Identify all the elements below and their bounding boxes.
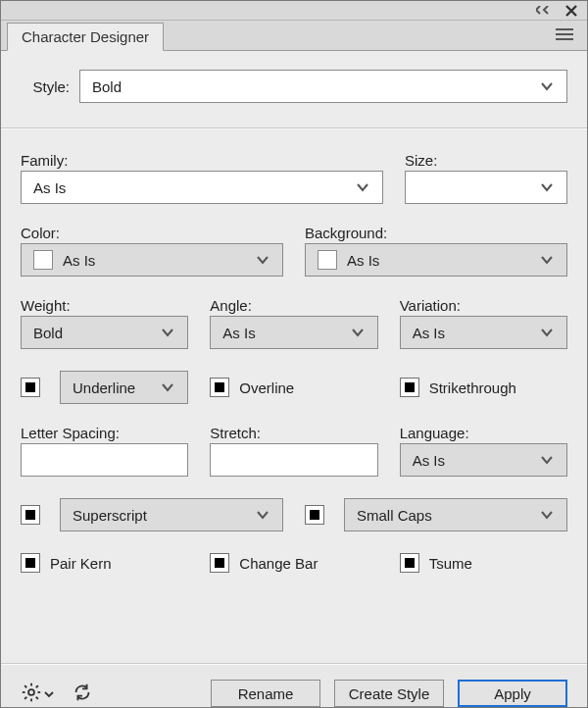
chevron-down-icon <box>160 325 175 340</box>
stretch-input[interactable] <box>210 443 377 477</box>
weight-select[interactable]: Bold <box>21 316 188 349</box>
svg-point-3 <box>28 689 34 695</box>
variation-label: Variation: <box>400 297 461 314</box>
underline-checkbox[interactable] <box>21 378 40 397</box>
tsume-checkbox[interactable] <box>400 553 419 573</box>
tab-bar: Character Designer <box>1 21 587 51</box>
chevron-down-icon <box>539 78 555 94</box>
superscript-select[interactable]: Superscript <box>60 498 283 531</box>
letter-spacing-input[interactable] <box>21 443 188 477</box>
background-label: Background: <box>305 225 387 241</box>
apply-button-label: Apply <box>494 685 531 702</box>
character-designer-panel: Character Designer Style: Bold <box>0 0 588 708</box>
superscript-checkbox[interactable] <box>21 505 40 525</box>
apply-button[interactable]: Apply <box>458 680 567 707</box>
letter-spacing-label: Letter Spacing: <box>21 425 120 441</box>
color-select[interactable]: As Is <box>21 243 283 277</box>
stretch-label: Stretch: <box>210 425 261 441</box>
panel-menu-icon[interactable] <box>554 26 575 45</box>
chevron-down-icon <box>355 179 370 195</box>
strikethrough-checkbox[interactable] <box>400 378 419 397</box>
create-style-button[interactable]: Create Style <box>334 680 444 707</box>
angle-select[interactable]: As Is <box>210 316 377 349</box>
variation-select[interactable]: As Is <box>400 316 567 349</box>
color-label: Color: <box>21 225 60 241</box>
change-bar-checkbox[interactable] <box>210 553 229 573</box>
chevron-down-icon <box>255 507 270 523</box>
language-label: Language: <box>400 425 469 441</box>
weight-value: Bold <box>33 325 160 341</box>
svg-line-10 <box>36 685 38 687</box>
style-label: Style: <box>21 78 70 95</box>
refresh-icon <box>72 682 93 706</box>
change-bar-label: Change Bar <box>239 555 318 572</box>
angle-label: Angle: <box>210 297 252 314</box>
refresh-button[interactable] <box>72 682 93 706</box>
pair-kern-checkbox[interactable] <box>21 553 40 573</box>
rename-button[interactable]: Rename <box>211 680 320 707</box>
background-swatch <box>318 250 337 270</box>
panel-body: Style: Bold Family: As Is <box>1 51 587 663</box>
overline-checkbox[interactable] <box>210 378 229 397</box>
gear-icon <box>21 682 42 706</box>
svg-line-9 <box>36 696 38 698</box>
collapse-icon[interactable] <box>536 6 554 16</box>
svg-line-11 <box>24 696 26 698</box>
tab-character-designer[interactable]: Character Designer <box>7 23 164 51</box>
close-icon[interactable] <box>565 5 577 17</box>
chevron-down-icon <box>539 252 555 268</box>
settings-menu-button[interactable] <box>21 682 54 706</box>
language-value: As Is <box>413 452 539 469</box>
overline-label: Overline <box>239 379 294 396</box>
chevron-down-icon <box>539 507 555 523</box>
color-value: As Is <box>63 252 255 269</box>
smallcaps-value: Small Caps <box>357 507 539 524</box>
chevron-down-icon <box>44 685 54 702</box>
style-row: Style: Bold <box>21 51 567 112</box>
underline-value: Underline <box>73 379 160 396</box>
chevron-down-icon <box>539 179 555 195</box>
weight-label: Weight: <box>21 297 71 314</box>
pair-kern-label: Pair Kern <box>50 555 112 572</box>
strikethrough-label: Strikethrough <box>429 379 516 396</box>
tsume-label: Tsume <box>429 555 472 572</box>
tab-label: Character Designer <box>22 28 149 45</box>
chevron-down-icon <box>160 379 175 395</box>
family-select[interactable]: As Is <box>21 171 383 204</box>
size-select[interactable] <box>405 171 567 204</box>
superscript-value: Superscript <box>73 507 255 524</box>
rename-button-label: Rename <box>238 685 294 702</box>
chevron-down-icon <box>350 325 366 340</box>
family-label: Family: <box>21 152 68 169</box>
style-value: Bold <box>92 78 122 95</box>
size-label: Size: <box>405 152 437 169</box>
create-style-button-label: Create Style <box>349 685 430 702</box>
underline-select[interactable]: Underline <box>60 371 188 404</box>
smallcaps-checkbox[interactable] <box>305 505 324 525</box>
chevron-down-icon <box>255 252 270 268</box>
smallcaps-select[interactable]: Small Caps <box>344 498 567 531</box>
chevron-down-icon <box>539 325 555 340</box>
variation-value: As Is <box>413 325 539 341</box>
chevron-down-icon <box>539 452 555 468</box>
panel-titlebar <box>1 1 587 21</box>
language-select[interactable]: As Is <box>400 443 567 477</box>
angle-value: As Is <box>222 325 349 341</box>
background-value: As Is <box>347 252 539 269</box>
style-select[interactable]: Bold <box>79 70 567 103</box>
svg-line-8 <box>24 685 26 687</box>
background-select[interactable]: As Is <box>305 243 567 277</box>
panel-footer: Rename Create Style Apply <box>1 663 587 707</box>
color-swatch <box>33 250 53 270</box>
family-value: As Is <box>33 179 355 196</box>
